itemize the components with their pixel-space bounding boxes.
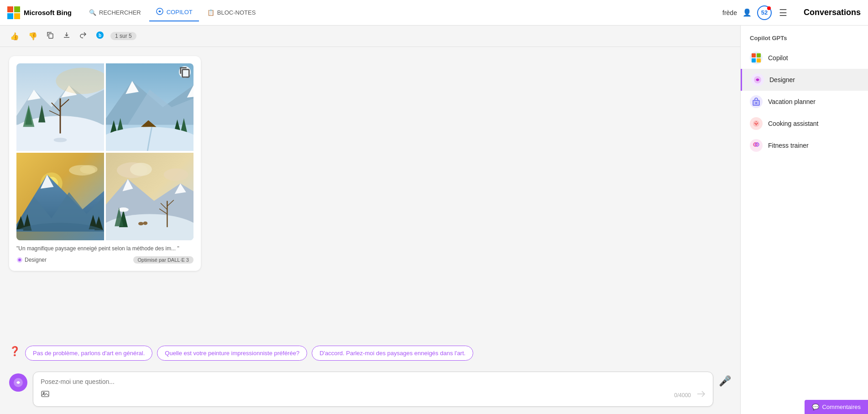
suggestion-3[interactable]: D'accord. Parlez-moi des paysages enneig… — [312, 346, 473, 361]
image-cell-3[interactable] — [16, 153, 104, 240]
suggestion-buttons: ❓ Pas de problème, parlons d'art en géné… — [0, 340, 740, 366]
hamburger-menu[interactable]: ☰ — [777, 5, 789, 20]
svg-text:b: b — [99, 33, 101, 38]
svg-point-20 — [54, 138, 67, 142]
nav-item-copilot[interactable]: COPILOT — [149, 4, 199, 21]
copilot-gpt-name: Copilot — [768, 54, 788, 62]
dalle-badge: Optimisé par DALL·E 3 — [133, 256, 194, 264]
svg-point-80 — [756, 124, 757, 125]
fitness-gpt-icon — [750, 139, 763, 152]
user-profile-icon[interactable]: 👤 — [743, 8, 752, 17]
microsoft-bing-logo — [7, 6, 20, 19]
svg-point-56 — [164, 169, 188, 181]
svg-point-64 — [138, 222, 144, 226]
share-button[interactable] — [77, 30, 89, 42]
download-button[interactable] — [60, 30, 73, 42]
center-content: 👍 👎 b — [0, 26, 740, 414]
topnav-right: frède 👤 52 ☰ Conversations — [722, 5, 861, 20]
logo[interactable]: Microsoft Bing — [7, 6, 72, 19]
svg-rect-78 — [755, 102, 757, 104]
chat-toolbar: 👍 👎 b — [0, 26, 740, 47]
svg-point-65 — [143, 222, 148, 225]
top-navigation: Microsoft Bing 🔍 RECHERCHER COPILOT 📋 BL… — [0, 0, 868, 26]
char-count: 0/4000 — [674, 392, 691, 398]
fitness-gpt-name: Fitness trainer — [768, 142, 809, 149]
reward-badge[interactable]: 52 — [757, 5, 772, 20]
image-copy-icon[interactable] — [179, 66, 191, 78]
sidebar-item-copilot[interactable]: Copilot — [741, 47, 868, 69]
thumbs-down-button[interactable]: 👎 — [26, 30, 40, 42]
suggestion-1[interactable]: Pas de problème, parlons d'art en généra… — [25, 346, 152, 361]
sidebar-item-cooking-assistant[interactable]: Cooking assistant — [741, 113, 868, 135]
sidebar-section-title: Copilot GPTs — [741, 35, 868, 47]
nav-item-rechercher[interactable]: 🔍 RECHERCHER — [83, 5, 147, 20]
input-actions — [41, 389, 50, 401]
image-grid — [16, 63, 193, 240]
svg-point-67 — [18, 259, 21, 261]
search-icon: 🔍 — [89, 9, 96, 16]
sidebar-item-designer[interactable]: Designer — [741, 69, 868, 91]
svg-rect-35 — [182, 69, 189, 77]
input-box-bottom: 0/4000 — [41, 389, 706, 401]
svg-rect-74 — [757, 58, 761, 62]
svg-rect-1 — [14, 6, 20, 12]
image-caption: "Un magnifique paysage enneigé peint sel… — [16, 245, 193, 253]
user-name: frède — [722, 9, 737, 16]
designer-icon — [16, 257, 23, 263]
vacation-gpt-icon — [750, 95, 763, 108]
copilot-avatar-icon — [13, 377, 24, 388]
svg-point-48 — [80, 165, 97, 174]
bing-icon-button[interactable]: b — [93, 29, 107, 43]
right-sidebar: Copilot GPTs Copilot Designer — [740, 26, 868, 414]
designer-label: Designer — [16, 257, 47, 263]
chat-area: "Un magnifique paysage enneigé peint sel… — [0, 47, 740, 340]
copilot-avatar — [9, 373, 27, 392]
commentaires-icon: 💬 — [812, 404, 819, 410]
nav-items: 🔍 RECHERCHER COPILOT 📋 BLOC-NOTES — [83, 4, 722, 21]
svg-rect-2 — [7, 13, 13, 19]
image-cell-2[interactable] — [106, 63, 193, 151]
main-layout: 👍 👎 b — [0, 26, 868, 414]
image-response-card: "Un magnifique paysage enneigé peint sel… — [9, 56, 201, 271]
suggestion-2[interactable]: Quelle est votre peinture impressionnist… — [157, 346, 307, 361]
sidebar-item-vacation-planner[interactable]: Vacation planner — [741, 91, 868, 113]
chat-input-box: 0/4000 — [33, 372, 713, 407]
image-cell-1[interactable] — [16, 63, 104, 151]
thumbs-up-button[interactable]: 👍 — [7, 30, 22, 42]
copilot-nav-icon — [156, 7, 164, 17]
commentaires-button[interactable]: 💬 Commentaires — [805, 400, 868, 414]
notes-icon: 📋 — [207, 9, 214, 16]
input-area: 0/4000 🎤 — [0, 366, 740, 414]
page-indicator: 1 sur 5 — [110, 32, 136, 40]
notification-dot — [767, 6, 771, 10]
chat-input[interactable] — [41, 378, 706, 385]
designer-gpt-icon — [751, 73, 764, 86]
image-cell-4[interactable] — [106, 153, 193, 240]
svg-rect-69 — [42, 391, 49, 397]
image-upload-button[interactable] — [41, 389, 50, 401]
svg-rect-0 — [7, 6, 13, 12]
svg-rect-72 — [757, 53, 761, 57]
sidebar-item-fitness-trainer[interactable]: Fitness trainer — [741, 135, 868, 156]
logo-text: Microsoft Bing — [24, 9, 72, 16]
conversations-title: Conversations — [804, 8, 861, 17]
cooking-gpt-name: Cooking assistant — [768, 120, 819, 127]
send-button[interactable] — [696, 389, 706, 401]
designer-gpt-name: Designer — [769, 76, 795, 83]
svg-rect-5 — [49, 34, 53, 38]
nav-item-bloc-notes[interactable]: 📋 BLOC-NOTES — [201, 5, 262, 20]
svg-rect-73 — [752, 58, 756, 62]
svg-rect-3 — [14, 13, 20, 19]
suggestion-question-icon: ❓ — [9, 346, 21, 361]
vacation-gpt-name: Vacation planner — [768, 98, 816, 105]
copy-button[interactable] — [44, 30, 57, 42]
image-footer: Designer Optimisé par DALL·E 3 — [16, 256, 193, 264]
copilot-gpt-icon — [750, 52, 763, 64]
svg-rect-71 — [752, 53, 756, 57]
svg-point-55 — [130, 163, 152, 176]
microphone-button[interactable]: 🎤 — [719, 375, 731, 387]
cooking-gpt-icon — [750, 117, 763, 130]
